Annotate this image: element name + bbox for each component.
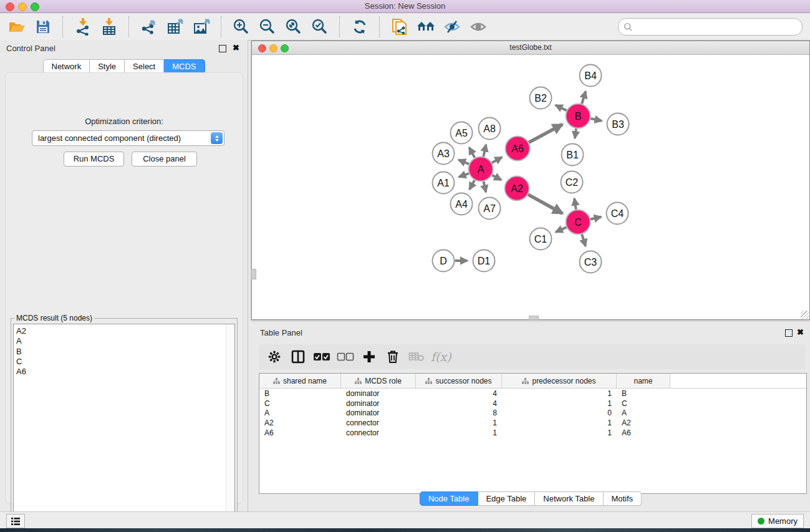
result-item[interactable]: B <box>16 347 234 357</box>
table-row[interactable]: A6connector11A6 <box>259 428 806 438</box>
select-all-checkboxes-icon[interactable] <box>310 346 334 367</box>
edge-B-B4[interactable] <box>582 91 586 104</box>
node-B4[interactable]: B4 <box>580 65 602 87</box>
node-B1[interactable]: B1 <box>562 144 584 166</box>
node-D1[interactable]: D1 <box>473 250 495 272</box>
memory-button[interactable]: Memory <box>751 514 804 528</box>
node-A4[interactable]: A4 <box>451 193 473 215</box>
edge-C-C1[interactable] <box>556 227 566 232</box>
search-input[interactable] <box>633 22 802 32</box>
table-cell[interactable]: A6 <box>259 428 341 437</box>
table-cell[interactable]: 1 <box>502 389 617 398</box>
table-cell[interactable]: C <box>259 399 341 408</box>
table-cell[interactable]: dominator <box>341 409 416 417</box>
node-A1[interactable]: A1 <box>433 172 455 194</box>
edge-A6-B[interactable] <box>529 124 562 142</box>
edge-C-C4[interactable] <box>591 217 601 220</box>
node-A[interactable]: A <box>469 157 493 181</box>
node-C1[interactable]: C1 <box>530 228 552 250</box>
table-cell[interactable]: 1 <box>416 428 502 437</box>
close-view-icon[interactable] <box>258 44 266 52</box>
zoom-view-icon[interactable] <box>281 44 289 52</box>
new-session-from-network-icon[interactable] <box>387 16 413 38</box>
search-box[interactable] <box>618 18 803 36</box>
float-table-panel-icon[interactable] <box>785 329 793 337</box>
table-row[interactable]: Bdominator41B <box>259 389 806 399</box>
tab-network[interactable]: Network <box>42 59 90 74</box>
node-table[interactable]: shared nameMCDS rolesuccessor nodesprede… <box>259 373 807 494</box>
minimize-view-icon[interactable] <box>269 44 277 52</box>
hide-details-icon[interactable] <box>439 16 465 38</box>
zoom-fit-icon[interactable] <box>281 16 307 38</box>
node-A8[interactable]: A8 <box>479 118 501 140</box>
table-cell[interactable]: 1 <box>416 418 502 427</box>
tab-select[interactable]: Select <box>125 59 164 74</box>
node-C4[interactable]: C4 <box>607 203 629 225</box>
node-B2[interactable]: B2 <box>530 87 552 109</box>
result-item[interactable]: C <box>16 357 234 367</box>
close-table-panel-icon[interactable]: ✖ <box>797 327 804 337</box>
show-details-icon[interactable] <box>465 16 491 38</box>
add-column-icon[interactable] <box>357 346 381 367</box>
node-C[interactable]: C <box>566 210 591 235</box>
table-cell[interactable]: 4 <box>416 399 502 408</box>
node-C2[interactable]: C2 <box>561 172 583 193</box>
table-cell[interactable]: C <box>617 399 670 408</box>
table-cell[interactable]: A6 <box>617 428 670 437</box>
table-row[interactable]: Adominator80A <box>259 408 806 418</box>
table-row[interactable]: A2connector11A2 <box>259 418 806 428</box>
column-header-shared-name[interactable]: shared name <box>259 374 341 388</box>
network-window-titlebar[interactable]: testGlobe.txt <box>252 41 809 55</box>
node-B3[interactable]: B3 <box>607 114 629 135</box>
horizontal-scroll-thumb[interactable] <box>529 316 539 320</box>
result-list-scrollbar[interactable] <box>226 324 234 528</box>
close-panel-icon[interactable]: ✖ <box>233 43 239 52</box>
tab-style[interactable]: Style <box>90 59 125 74</box>
deselect-all-checkboxes-icon[interactable] <box>334 346 357 367</box>
table-cell[interactable]: dominator <box>341 399 416 408</box>
tab-node-table[interactable]: Node Table <box>420 491 478 506</box>
edge-A-A8[interactable] <box>483 145 486 157</box>
delete-column-icon[interactable] <box>381 346 405 367</box>
resize-grip-icon[interactable] <box>801 311 809 319</box>
edge-A-A6[interactable] <box>492 157 502 163</box>
table-cell[interactable]: dominator <box>341 389 416 398</box>
table-cell[interactable]: 1 <box>502 418 617 427</box>
table-cell[interactable]: connector <box>341 418 416 427</box>
network-canvas[interactable]: AA5A8A3A1A4A7A6A2BB2B4B3B1C2CC4C1C3DD1 <box>252 55 808 318</box>
tab-motifs[interactable]: Motifs <box>603 491 642 506</box>
export-network-icon[interactable] <box>136 16 162 38</box>
mcds-result-list[interactable]: A2ABCA6 <box>13 324 235 529</box>
refresh-layout-icon[interactable] <box>347 16 373 38</box>
export-table-icon[interactable] <box>162 16 188 38</box>
node-A5[interactable]: A5 <box>451 122 473 144</box>
edge-A-A7[interactable] <box>483 181 486 192</box>
export-image-icon[interactable] <box>188 16 215 38</box>
table-cell[interactable]: connector <box>341 428 416 437</box>
import-network-icon[interactable] <box>70 16 96 38</box>
tab-edge-table[interactable]: Edge Table <box>478 491 535 506</box>
home-networks-icon[interactable] <box>413 16 439 38</box>
task-history-button[interactable] <box>6 514 25 528</box>
vertical-scroll-thumb[interactable] <box>251 269 256 279</box>
import-table-icon[interactable] <box>96 16 122 38</box>
table-cell[interactable]: 8 <box>416 409 502 417</box>
edge-A-A2[interactable] <box>492 175 501 180</box>
table-cell[interactable]: B <box>259 389 341 398</box>
show-column-icon[interactable] <box>286 346 310 367</box>
column-header-name[interactable]: name <box>617 374 670 388</box>
tab-network-table[interactable]: Network Table <box>535 491 603 506</box>
edge-A-A5[interactable] <box>469 147 475 158</box>
table-cell[interactable]: 0 <box>502 409 617 417</box>
tab-mcds[interactable]: MCDS <box>164 59 205 74</box>
table-row[interactable]: Cdominator41C <box>259 399 806 409</box>
table-cell[interactable]: 1 <box>502 428 617 437</box>
edge-A-A4[interactable] <box>470 180 475 190</box>
edge-B-B2[interactable] <box>556 105 567 111</box>
table-cell[interactable]: B <box>617 389 670 398</box>
node-B[interactable]: B <box>566 104 591 128</box>
save-session-icon[interactable] <box>30 16 56 38</box>
node-C3[interactable]: C3 <box>580 251 602 273</box>
zoom-selected-icon[interactable] <box>307 16 333 38</box>
edge-B-B1[interactable] <box>575 128 576 138</box>
